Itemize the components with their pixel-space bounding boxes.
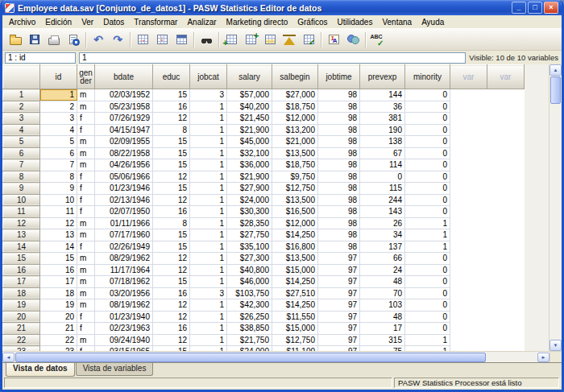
cell[interactable]: 144: [360, 89, 405, 101]
cell[interactable]: 67: [360, 147, 405, 159]
cell[interactable]: [450, 287, 487, 299]
cell[interactable]: $21,000: [272, 136, 318, 148]
cell[interactable]: 7: [40, 159, 77, 171]
cell[interactable]: 98: [318, 217, 360, 229]
cell[interactable]: 98: [318, 241, 360, 253]
cell[interactable]: 17: [40, 276, 77, 288]
cell[interactable]: 98: [318, 159, 360, 171]
menu-analizar[interactable]: Analizar: [182, 17, 221, 27]
cell[interactable]: $21,900: [227, 171, 272, 183]
dialog-recall-button[interactable]: [64, 31, 83, 49]
cell[interactable]: 97: [318, 299, 360, 312]
cell[interactable]: 8: [40, 171, 77, 183]
column-header-educ[interactable]: educ: [153, 65, 190, 89]
cell[interactable]: $15,000: [272, 264, 318, 276]
cell[interactable]: [487, 159, 525, 171]
cell-editor[interactable]: 1: [79, 52, 466, 64]
cell[interactable]: 1: [190, 159, 227, 171]
cell[interactable]: $28,350: [227, 217, 272, 229]
cell[interactable]: 1: [190, 136, 227, 148]
cell[interactable]: 1: [405, 241, 450, 253]
cell[interactable]: 12: [153, 171, 190, 183]
row-header-9[interactable]: 9: [3, 183, 40, 195]
cell[interactable]: $40,800: [227, 264, 272, 276]
tab-vista-de-datos[interactable]: Vista de datos: [6, 363, 75, 377]
cell[interactable]: 10: [40, 194, 77, 206]
cell[interactable]: 1: [190, 217, 227, 229]
insert-cases-button[interactable]: [222, 31, 241, 49]
menu-ventana[interactable]: Ventana: [377, 17, 417, 27]
cell[interactable]: $13,200: [272, 124, 318, 136]
cell[interactable]: 1: [190, 264, 227, 276]
cell[interactable]: 16: [40, 264, 77, 276]
row-header-13[interactable]: 13: [3, 229, 40, 241]
cell[interactable]: [450, 241, 487, 253]
cell[interactable]: 1: [190, 101, 227, 113]
cell[interactable]: 48: [360, 276, 405, 288]
cell[interactable]: 34: [360, 229, 405, 241]
cell[interactable]: 04/15/1947: [95, 124, 153, 136]
cell[interactable]: [487, 311, 525, 323]
cell[interactable]: [450, 147, 487, 159]
cell[interactable]: 8: [153, 217, 190, 229]
menu-utilidades[interactable]: Utilidades: [332, 17, 377, 27]
menu-marketing-directo[interactable]: Marketing directo: [222, 17, 293, 27]
cell[interactable]: 12: [153, 334, 190, 346]
cell[interactable]: 0: [405, 89, 450, 101]
cell[interactable]: 6: [40, 147, 77, 159]
maximize-button[interactable]: □: [528, 2, 542, 14]
cell[interactable]: 98: [318, 136, 360, 148]
cell[interactable]: 98: [318, 171, 360, 183]
row-header-16[interactable]: 16: [3, 264, 40, 276]
cell[interactable]: [450, 89, 487, 101]
cell[interactable]: m: [77, 136, 95, 148]
column-header-var[interactable]: var: [487, 65, 525, 89]
row-header-2[interactable]: 2: [3, 101, 40, 113]
cell[interactable]: 02/23/1963: [95, 323, 153, 335]
cell[interactable]: $14,250: [272, 299, 318, 312]
cell[interactable]: 07/26/1929: [95, 113, 153, 125]
cell[interactable]: 21: [40, 323, 77, 335]
cell[interactable]: 1: [190, 194, 227, 206]
cell[interactable]: 12: [153, 113, 190, 125]
cell[interactable]: 1: [190, 183, 227, 195]
cell[interactable]: 01/23/1940: [95, 311, 153, 323]
cell[interactable]: 114: [360, 159, 405, 171]
cell[interactable]: 08/29/1962: [95, 253, 153, 265]
cell[interactable]: [487, 276, 525, 288]
cell[interactable]: 0: [405, 253, 450, 265]
cell[interactable]: 138: [360, 136, 405, 148]
cell[interactable]: 3: [190, 89, 227, 101]
cell[interactable]: [487, 89, 525, 101]
cell[interactable]: 1: [405, 334, 450, 346]
cell[interactable]: 0: [405, 276, 450, 288]
cell[interactable]: [487, 323, 525, 335]
row-header-3[interactable]: 3: [3, 113, 40, 125]
cell[interactable]: $32,100: [227, 147, 272, 159]
cell[interactable]: $9,750: [272, 171, 318, 183]
vertical-scroll-track[interactable]: [549, 104, 562, 340]
cell[interactable]: 15: [153, 229, 190, 241]
cell[interactable]: 15: [153, 136, 190, 148]
cell[interactable]: 97: [318, 334, 360, 346]
cell[interactable]: 11: [40, 206, 77, 218]
cell[interactable]: 02/26/1949: [95, 241, 153, 253]
cell[interactable]: [450, 323, 487, 335]
row-header-8[interactable]: 8: [3, 171, 40, 183]
menu-graficos[interactable]: Gráficos: [292, 17, 332, 27]
cell[interactable]: 143: [360, 206, 405, 218]
cell[interactable]: f: [77, 206, 95, 218]
cell[interactable]: $21,900: [227, 124, 272, 136]
cell[interactable]: 381: [360, 113, 405, 125]
cell[interactable]: [487, 334, 525, 346]
cell[interactable]: $16,800: [272, 241, 318, 253]
print-button[interactable]: [44, 31, 64, 49]
cell[interactable]: [487, 229, 525, 241]
cell[interactable]: 36: [360, 101, 405, 113]
cell[interactable]: 01/11/1966: [95, 217, 153, 229]
cell[interactable]: m: [77, 159, 95, 171]
cell[interactable]: [487, 113, 525, 125]
cell[interactable]: 12: [153, 253, 190, 265]
cell[interactable]: m: [77, 276, 95, 288]
cell[interactable]: $27,900: [227, 183, 272, 195]
